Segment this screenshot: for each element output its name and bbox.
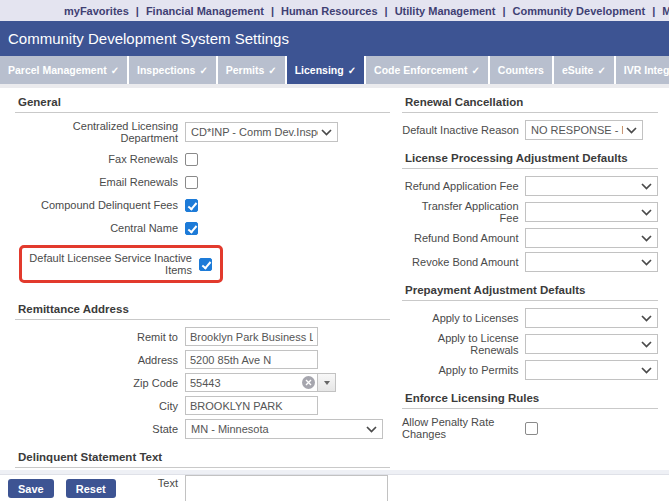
zip-code-label: Zip Code	[15, 377, 178, 389]
checkmark-icon: ✓	[471, 65, 479, 76]
select-value: MN - Minnesota	[191, 423, 363, 435]
refund-bond-amount-select[interactable]	[525, 228, 658, 248]
chevron-down-icon	[641, 209, 652, 216]
default-inactive-reason-label: Default Inactive Reason	[402, 124, 519, 136]
enforce-licensing-rules-section: Enforce Licensing Rules Allow Penalty Ra…	[402, 389, 658, 440]
red-highlight-box: Default Licensee Service Inactive Items	[19, 245, 223, 283]
remittance-address-section: Remittance Address Remit to Address Zip …	[15, 300, 390, 439]
footer-buttons: Save Reset	[8, 479, 116, 498]
tab-esuite[interactable]: eSuite ✓	[554, 56, 614, 84]
apply-to-license-renewals-label: Apply to License Renewals	[402, 332, 519, 356]
tab-inspections[interactable]: Inspections ✓	[129, 56, 216, 84]
centralized-licensing-department-select[interactable]: CD*INP - Comm Dev.Inspectio	[185, 122, 338, 142]
default-licensee-service-inactive-items-label: Default Licensee Service Inactive Items	[25, 252, 192, 276]
compound-delinquent-fees-checkbox[interactable]	[185, 199, 198, 212]
allow-penalty-rate-changes-label: Allow Penalty Rate Changes	[402, 416, 519, 440]
page-title: Community Development System Settings	[8, 30, 289, 47]
email-renewals-label: Email Renewals	[15, 176, 178, 188]
apply-to-permits-select[interactable]	[525, 360, 658, 380]
renewal-cancellation-section: Renewal Cancellation Default Inactive Re…	[402, 93, 658, 140]
centralized-licensing-department-label: Centralized Licensing Department	[15, 120, 178, 144]
nav-item-maintenance[interactable]: Maintenance	[662, 5, 669, 17]
checkmark-icon: ✓	[597, 65, 605, 76]
revoke-bond-amount-select[interactable]	[525, 252, 658, 272]
chevron-down-icon	[641, 341, 652, 348]
tab-permits[interactable]: Permits ✓	[218, 56, 285, 84]
checkmark-icon: ✓	[199, 65, 207, 76]
revoke-bond-amount-label: Revoke Bond Amount	[402, 256, 519, 268]
tab-label: Licensing	[295, 64, 344, 76]
nav-item-financial-management[interactable]: Financial Management	[146, 5, 264, 17]
refund-application-fee-label: Refund Application Fee	[402, 180, 519, 192]
remit-to-input[interactable]	[185, 327, 318, 346]
nav-item-human-resources[interactable]: Human Resources	[281, 5, 378, 17]
tab-label: Parcel Management	[8, 64, 107, 76]
email-renewals-checkbox[interactable]	[185, 176, 198, 189]
tab-counters[interactable]: Counters	[490, 56, 552, 84]
transfer-application-fee-label: Transfer Application Fee	[402, 200, 519, 224]
remit-to-label: Remit to	[15, 331, 178, 343]
fax-renewals-label: Fax Renewals	[15, 153, 178, 165]
zip-code-field	[185, 373, 318, 392]
tab-label: Permits	[226, 64, 265, 76]
state-label: State	[15, 423, 178, 435]
chevron-down-icon	[641, 367, 652, 374]
nav-item-myfavorites[interactable]: myFavorites	[64, 5, 129, 17]
select-value: NO RESPONSE - No Response	[531, 124, 623, 136]
license-processing-section-title: License Processing Adjustment Defaults	[402, 149, 658, 169]
dropdown-arrow-icon	[324, 381, 330, 385]
tab-code-enforcement[interactable]: Code Enforcement ✓	[366, 56, 488, 84]
save-button[interactable]: Save	[8, 479, 54, 498]
central-name-checkbox[interactable]	[185, 222, 198, 235]
city-input[interactable]	[185, 396, 318, 415]
nav-separator: |	[136, 5, 139, 17]
checkmark-icon: ✓	[268, 65, 276, 76]
fax-renewals-checkbox[interactable]	[185, 153, 198, 166]
refund-bond-amount-label: Refund Bond Amount	[402, 232, 519, 244]
tab-label: IVR Integration	[624, 64, 669, 76]
apply-to-license-renewals-select[interactable]	[525, 334, 658, 354]
checkmark-icon: ✓	[111, 65, 119, 76]
address-input[interactable]	[185, 350, 318, 369]
nav-item-community-development[interactable]: Community Development	[513, 5, 646, 17]
nav-separator: |	[502, 5, 505, 17]
allow-penalty-rate-changes-checkbox[interactable]	[525, 422, 538, 435]
default-licensee-service-inactive-items-checkbox[interactable]	[199, 258, 212, 271]
city-label: City	[15, 400, 178, 412]
chevron-down-icon	[641, 183, 652, 190]
tab-licensing[interactable]: Licensing ✓	[287, 56, 364, 84]
license-processing-adjustment-defaults-section: License Processing Adjustment Defaults R…	[402, 149, 658, 272]
reset-button[interactable]: Reset	[66, 479, 116, 498]
tab-ivr-integration[interactable]: IVR Integration ✓	[616, 56, 669, 84]
default-inactive-reason-select[interactable]: NO RESPONSE - No Response	[525, 120, 643, 140]
select-value: CD*INP - Comm Dev.Inspectio	[191, 126, 318, 138]
tab-parcel-management[interactable]: Parcel Management ✓	[0, 56, 127, 84]
renewal-cancellation-section-title: Renewal Cancellation	[402, 93, 658, 113]
nav-separator: |	[385, 5, 388, 17]
transfer-application-fee-select[interactable]	[525, 202, 658, 222]
chevron-down-icon	[366, 426, 377, 433]
zip-code-combobox	[185, 373, 336, 392]
tab-label: Counters	[498, 64, 544, 76]
delinquent-statement-text-section-title: Delinquent Statement Text	[15, 448, 390, 468]
chevron-down-icon	[321, 129, 332, 136]
chevron-down-icon	[641, 259, 652, 266]
nav-item-utility-management[interactable]: Utility Management	[395, 5, 496, 17]
clear-icon[interactable]	[302, 376, 315, 389]
central-name-label: Central Name	[15, 222, 178, 234]
state-select[interactable]: MN - Minnesota	[185, 419, 383, 439]
refund-application-fee-select[interactable]	[525, 176, 658, 196]
apply-to-licenses-select[interactable]	[525, 308, 658, 328]
tab-label: eSuite	[562, 64, 594, 76]
chevron-down-icon	[641, 315, 652, 322]
page: myFavorites | Financial Management | Hum…	[0, 0, 669, 501]
footer-divider	[0, 470, 669, 475]
tab-label: Code Enforcement	[374, 64, 467, 76]
prepayment-section-title: Prepayment Adjustment Defaults	[402, 281, 658, 301]
address-label: Address	[15, 354, 178, 366]
compound-delinquent-fees-label: Compound Delinquent Fees	[15, 199, 178, 211]
left-column: General Centralized Licensing Department…	[15, 93, 390, 501]
zip-code-input[interactable]	[190, 377, 302, 389]
delinquent-statement-textarea[interactable]	[185, 475, 388, 501]
zip-code-dropdown-button[interactable]	[318, 373, 336, 392]
